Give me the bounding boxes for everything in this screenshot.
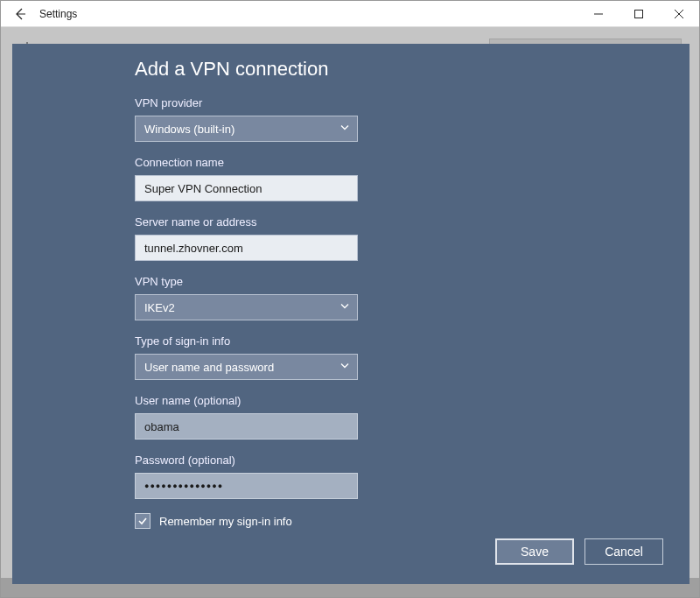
minimize-button[interactable] bbox=[578, 1, 619, 26]
minimize-icon bbox=[594, 10, 603, 18]
connection-name-label: Connection name bbox=[135, 156, 672, 169]
maximize-button[interactable] bbox=[619, 1, 659, 26]
svg-rect-1 bbox=[635, 10, 643, 18]
close-icon bbox=[675, 10, 683, 18]
maximize-icon bbox=[634, 10, 643, 18]
username-value: obama bbox=[144, 420, 179, 433]
server-value: tunnel.zhovner.com bbox=[144, 242, 243, 255]
add-vpn-modal: Add a VPN connection VPN provider Window… bbox=[12, 44, 690, 584]
password-input[interactable]: ●●●●●●●●●●●●●● bbox=[135, 473, 358, 499]
save-button-label: Save bbox=[521, 545, 549, 559]
settings-window: Settings NETWORK & INTERNET Find a setti… bbox=[0, 0, 700, 598]
username-label: User name (optional) bbox=[135, 394, 672, 407]
signin-type-label: Type of sign-in info bbox=[135, 334, 672, 348]
signin-type-value: User name and password bbox=[144, 361, 274, 374]
username-input[interactable]: obama bbox=[135, 413, 358, 440]
vpn-provider-label: VPN provider bbox=[135, 96, 672, 109]
vpn-type-select[interactable]: IKEv2 bbox=[135, 294, 358, 320]
password-label: Password (optional) bbox=[135, 454, 672, 467]
signin-type-select[interactable]: User name and password bbox=[135, 354, 358, 380]
vpn-type-label: VPN type bbox=[135, 275, 672, 288]
connection-name-input[interactable]: Super VPN Connection bbox=[135, 175, 358, 201]
server-input[interactable]: tunnel.zhovner.com bbox=[135, 235, 358, 261]
vpn-provider-select[interactable]: Windows (built-in) bbox=[135, 116, 358, 142]
window-title: Settings bbox=[39, 8, 77, 20]
vpn-provider-value: Windows (built-in) bbox=[144, 123, 234, 136]
cancel-button-label: Cancel bbox=[605, 545, 643, 559]
remember-label: Remember my sign-in info bbox=[159, 515, 292, 528]
modal-title: Add a VPN connection bbox=[135, 58, 672, 81]
close-button[interactable] bbox=[659, 1, 699, 26]
password-value: ●●●●●●●●●●●●●● bbox=[144, 482, 223, 490]
back-arrow-icon bbox=[13, 7, 27, 21]
chevron-down-icon bbox=[340, 123, 350, 136]
connection-name-value: Super VPN Connection bbox=[144, 182, 262, 195]
chevron-down-icon bbox=[340, 301, 350, 314]
chevron-down-icon bbox=[340, 361, 350, 374]
remember-checkbox[interactable] bbox=[135, 513, 150, 529]
vpn-type-value: IKEv2 bbox=[144, 301, 175, 314]
server-label: Server name or address bbox=[135, 215, 672, 229]
cancel-button[interactable]: Cancel bbox=[584, 538, 663, 565]
titlebar: Settings bbox=[1, 1, 699, 27]
check-icon bbox=[137, 516, 148, 526]
save-button[interactable]: Save bbox=[495, 538, 574, 565]
back-button[interactable] bbox=[1, 1, 39, 26]
